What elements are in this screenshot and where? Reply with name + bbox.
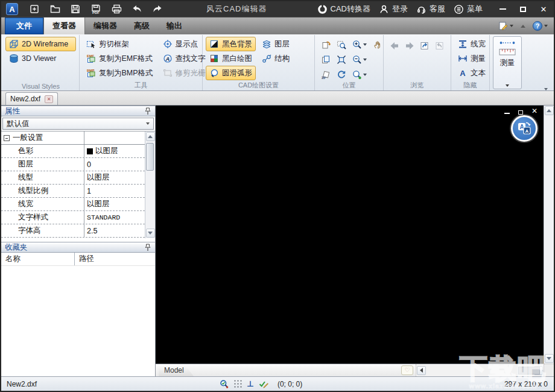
viewer-3d-button[interactable]: 3D Viewer [5, 51, 76, 66]
document-tab-close-icon[interactable]: ✕ [45, 95, 53, 103]
layers-button[interactable]: 图层 [258, 37, 293, 51]
canvas-minimize-icon[interactable] [503, 107, 511, 115]
tab-advanced[interactable]: 高级 [125, 17, 158, 34]
save-button[interactable] [68, 3, 83, 15]
tab-file[interactable]: 文件 [5, 17, 43, 34]
scroll-up-button[interactable] [545, 106, 554, 115]
collapse-ribbon-icon[interactable] [521, 25, 525, 28]
property-value[interactable]: 以图层 [84, 198, 145, 210]
ortho-mode-icon[interactable]: ⊥ [247, 379, 254, 388]
scroll-left-button[interactable] [417, 366, 426, 375]
cad-converter-button[interactable]: CAD转换器 [317, 4, 370, 14]
save-as-pdf-button[interactable]: PDF [88, 3, 104, 15]
login-button[interactable]: 登录 [379, 4, 408, 14]
tab-output[interactable]: 输出 [158, 17, 191, 34]
refresh-view-button[interactable] [334, 67, 349, 82]
collapse-group-icon[interactable] [4, 135, 10, 141]
vertical-scrollbar[interactable] [544, 106, 554, 376]
measure-panel-caret-icon[interactable] [506, 84, 509, 87]
property-value[interactable]: 0 [84, 158, 145, 171]
measure-tool-panel[interactable]: 测量 [493, 36, 522, 89]
show-points-button[interactable]: 显示点 [159, 37, 209, 51]
black-background-button[interactable]: 黑色背景 [206, 37, 256, 51]
pin-icon[interactable] [144, 107, 151, 115]
cylinder-3d-icon [9, 54, 19, 63]
close-button[interactable]: ✕ [538, 4, 549, 14]
structure-button[interactable]: 结构 [258, 51, 293, 66]
support-button[interactable]: 客服 [416, 4, 445, 14]
copy-view-button[interactable] [318, 52, 334, 67]
view-forward-button[interactable] [404, 39, 416, 52]
find-text-button[interactable]: A 查找文字 [159, 51, 209, 66]
translate-overlay-button[interactable]: A A [511, 115, 538, 142]
pin-icon[interactable] [144, 244, 151, 251]
scroll-down-button[interactable] [545, 354, 554, 363]
copy-bmp-button[interactable]: BMP 复制为BMP格式 [83, 66, 157, 80]
property-value[interactable]: 1 [84, 185, 145, 197]
previous-view-icon [419, 41, 430, 51]
drawing-canvas[interactable]: ✕ A A [156, 106, 544, 364]
rotate-view-button[interactable] [318, 37, 334, 52]
document-tab[interactable]: New2.dxf ✕ [5, 92, 58, 105]
favorites-col-path[interactable]: 路径 [75, 253, 155, 265]
scrollbar-track[interactable] [145, 142, 155, 228]
new-file-button[interactable] [27, 3, 42, 15]
wireframe-2d-button[interactable]: 2D Wireframe [5, 37, 76, 51]
hide-linewidth-button[interactable]: 线宽 [454, 37, 486, 51]
hide-text-button[interactable]: A 文本 [454, 66, 486, 80]
tab-viewer[interactable]: 查看器 [43, 17, 85, 34]
undo-button[interactable] [129, 3, 145, 15]
property-grid-scrollbar[interactable] [145, 131, 155, 238]
zoom-selected-button[interactable] [349, 67, 370, 82]
scroll-up-button[interactable] [146, 132, 155, 141]
hide-measure-button[interactable]: 测量 [454, 51, 486, 66]
view-back-button[interactable] [389, 39, 401, 52]
vscrollbar-track[interactable] [544, 116, 554, 353]
zoom-out-button[interactable] [349, 52, 370, 67]
minimize-button[interactable] [497, 4, 508, 14]
zoom-in-button[interactable] [349, 37, 370, 52]
draft-check-icon[interactable] [258, 379, 268, 388]
property-value[interactable]: 以图层 [84, 171, 145, 184]
previous-view-button[interactable] [419, 39, 431, 52]
property-value[interactable]: 以图层 [84, 145, 145, 157]
property-value[interactable]: STANDARD [84, 211, 145, 224]
redo-button[interactable] [150, 3, 165, 15]
copy-bmp-label: 复制为BMP格式 [99, 68, 153, 78]
print-button[interactable] [109, 3, 124, 15]
quick-edit-button[interactable] [498, 21, 513, 31]
favorites-col-name[interactable]: 名称 [1, 253, 75, 265]
horizontal-scrollbar[interactable] [416, 364, 544, 376]
hscrollbar-thumb[interactable] [518, 367, 540, 375]
zoom-window-button[interactable] [334, 37, 349, 52]
rotate-angle-button[interactable]: 35° [318, 67, 334, 82]
smooth-arc-button[interactable]: 圆滑弧形 [206, 66, 256, 80]
canvas-restore-icon[interactable] [516, 107, 525, 115]
next-view-button[interactable] [434, 39, 445, 52]
smooth-arc-label: 圆滑弧形 [222, 68, 252, 78]
fit-to-screen-button[interactable] [334, 52, 349, 67]
tab-scroll-button[interactable]: ♡ [401, 365, 413, 375]
scroll-down-button[interactable] [146, 229, 155, 238]
grid-snap-icon[interactable] [233, 379, 243, 388]
maximize-button[interactable] [518, 4, 528, 14]
favorites-list[interactable] [1, 266, 155, 376]
property-value[interactable]: 2.5 [84, 224, 145, 237]
bw-drawing-button[interactable]: 黑白绘图 [206, 51, 256, 66]
hscrollbar-track[interactable] [427, 366, 533, 375]
help-button[interactable]: ? [533, 21, 548, 31]
clip-frame-button[interactable]: 剪切框架 [83, 37, 157, 51]
menu-button[interactable]: 菜单 [454, 4, 483, 14]
object-snap-icon[interactable] [220, 379, 229, 389]
user-icon [379, 4, 389, 14]
tab-editor[interactable]: 编辑器 [85, 17, 125, 34]
properties-preset-select[interactable]: 默认值 [2, 118, 154, 130]
scrollbar-thumb[interactable] [146, 143, 154, 171]
model-tab[interactable]: Model [159, 364, 194, 376]
canvas-close-icon[interactable]: ✕ [530, 107, 539, 115]
open-file-button[interactable] [47, 3, 63, 15]
app-logo-icon[interactable]: A [6, 3, 18, 15]
copy-emf-button[interactable]: EMF 复制为EMF格式 [83, 51, 157, 66]
trim-raster-button[interactable]: 修剪光栅 [159, 66, 209, 80]
window-title: 风云CAD编辑器 [206, 4, 267, 14]
